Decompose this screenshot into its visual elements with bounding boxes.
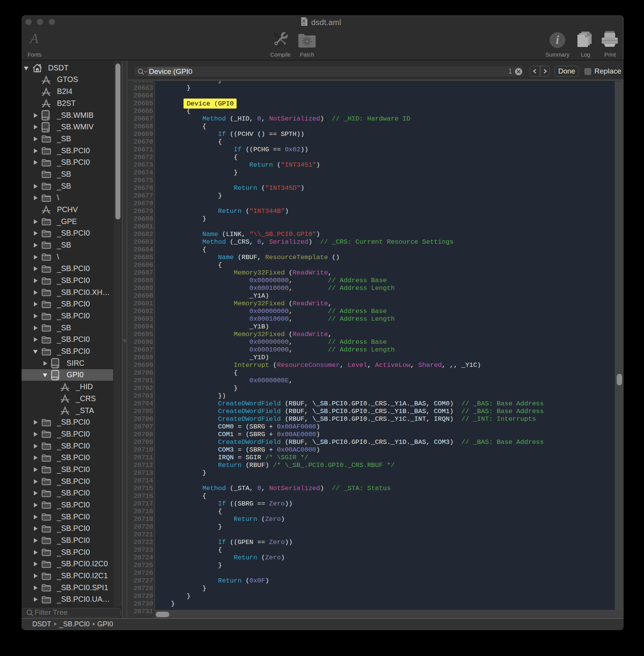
svg-text:A: A <box>29 33 39 46</box>
svg-text:i: i <box>556 33 559 47</box>
